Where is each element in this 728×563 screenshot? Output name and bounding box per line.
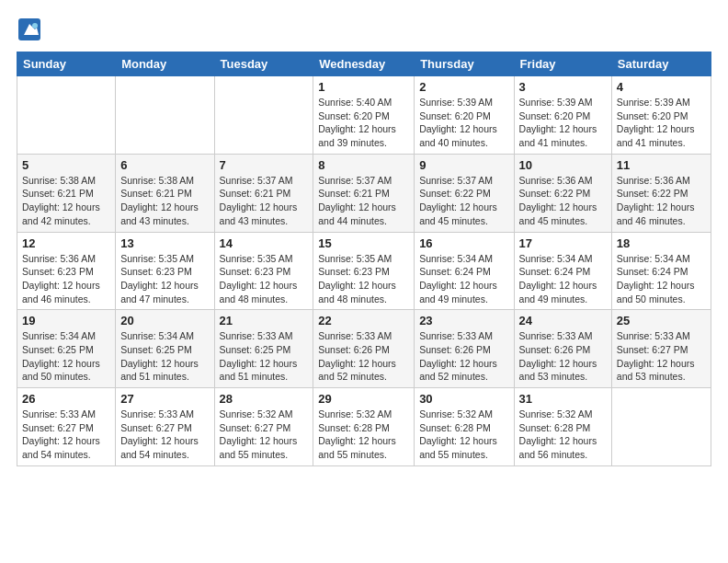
calendar-cell: 18Sunrise: 5:34 AM Sunset: 6:24 PM Dayli…	[611, 232, 711, 310]
day-detail: Sunrise: 5:39 AM Sunset: 6:20 PM Dayligh…	[617, 96, 706, 150]
day-detail: Sunrise: 5:37 AM Sunset: 6:22 PM Dayligh…	[419, 174, 508, 228]
day-detail: Sunrise: 5:34 AM Sunset: 6:25 PM Dayligh…	[120, 329, 209, 384]
logo	[17, 17, 46, 42]
day-detail: Sunrise: 5:35 AM Sunset: 6:23 PM Dayligh…	[220, 252, 309, 306]
day-number: 13	[120, 236, 209, 250]
day-detail: Sunrise: 5:33 AM Sunset: 6:27 PM Dayligh…	[617, 329, 706, 384]
header	[17, 17, 711, 42]
calendar-cell: 1Sunrise: 5:40 AM Sunset: 6:20 PM Daylig…	[313, 76, 415, 155]
day-detail: Sunrise: 5:33 AM Sunset: 6:27 PM Dayligh…	[120, 408, 209, 462]
weekday-header: Monday	[116, 52, 214, 76]
weekday-header: Friday	[514, 52, 611, 76]
day-detail: Sunrise: 5:32 AM Sunset: 6:28 PM Dayligh…	[318, 408, 409, 462]
calendar-table: SundayMondayTuesdayWednesdayThursdayFrid…	[17, 52, 711, 466]
day-detail: Sunrise: 5:37 AM Sunset: 6:21 PM Dayligh…	[220, 174, 309, 228]
calendar-cell: 3Sunrise: 5:39 AM Sunset: 6:20 PM Daylig…	[514, 76, 611, 155]
day-number: 14	[220, 236, 309, 250]
day-detail: Sunrise: 5:33 AM Sunset: 6:26 PM Dayligh…	[519, 329, 607, 384]
day-number: 22	[318, 314, 409, 327]
calendar-cell	[611, 388, 711, 466]
calendar-cell: 24Sunrise: 5:33 AM Sunset: 6:26 PM Dayli…	[514, 310, 611, 388]
calendar-week-row: 19Sunrise: 5:34 AM Sunset: 6:25 PM Dayli…	[17, 310, 711, 388]
day-detail: Sunrise: 5:39 AM Sunset: 6:20 PM Dayligh…	[519, 96, 607, 150]
day-detail: Sunrise: 5:36 AM Sunset: 6:22 PM Dayligh…	[519, 174, 607, 228]
day-number: 21	[220, 314, 309, 327]
day-detail: Sunrise: 5:35 AM Sunset: 6:23 PM Dayligh…	[318, 252, 409, 306]
day-detail: Sunrise: 5:36 AM Sunset: 6:22 PM Dayligh…	[617, 174, 706, 228]
calendar-cell: 10Sunrise: 5:36 AM Sunset: 6:22 PM Dayli…	[514, 154, 611, 232]
day-number: 20	[120, 314, 209, 327]
day-number: 29	[318, 392, 409, 406]
day-number: 19	[22, 314, 110, 327]
calendar-cell: 8Sunrise: 5:37 AM Sunset: 6:21 PM Daylig…	[313, 154, 415, 232]
day-detail: Sunrise: 5:36 AM Sunset: 6:23 PM Dayligh…	[22, 252, 110, 306]
day-detail: Sunrise: 5:33 AM Sunset: 6:26 PM Dayligh…	[318, 329, 409, 384]
calendar-cell: 2Sunrise: 5:39 AM Sunset: 6:20 PM Daylig…	[415, 76, 514, 155]
calendar-cell: 9Sunrise: 5:37 AM Sunset: 6:22 PM Daylig…	[415, 154, 514, 232]
calendar-cell: 14Sunrise: 5:35 AM Sunset: 6:23 PM Dayli…	[214, 232, 313, 310]
calendar-cell: 7Sunrise: 5:37 AM Sunset: 6:21 PM Daylig…	[214, 154, 313, 232]
day-detail: Sunrise: 5:33 AM Sunset: 6:27 PM Dayligh…	[22, 408, 110, 462]
calendar-cell: 6Sunrise: 5:38 AM Sunset: 6:21 PM Daylig…	[116, 154, 214, 232]
calendar-cell: 21Sunrise: 5:33 AM Sunset: 6:25 PM Dayli…	[214, 310, 313, 388]
calendar-week-row: 5Sunrise: 5:38 AM Sunset: 6:21 PM Daylig…	[17, 154, 711, 232]
calendar-cell: 11Sunrise: 5:36 AM Sunset: 6:22 PM Dayli…	[611, 154, 711, 232]
day-detail: Sunrise: 5:34 AM Sunset: 6:24 PM Dayligh…	[617, 252, 706, 306]
calendar-cell: 25Sunrise: 5:33 AM Sunset: 6:27 PM Dayli…	[611, 310, 711, 388]
day-number: 25	[617, 314, 706, 327]
calendar-cell	[17, 76, 116, 155]
day-detail: Sunrise: 5:34 AM Sunset: 6:24 PM Dayligh…	[519, 252, 607, 306]
day-number: 11	[617, 158, 706, 172]
calendar-cell: 16Sunrise: 5:34 AM Sunset: 6:24 PM Dayli…	[415, 232, 514, 310]
day-number: 23	[419, 314, 508, 327]
calendar-cell: 22Sunrise: 5:33 AM Sunset: 6:26 PM Dayli…	[313, 310, 415, 388]
day-number: 27	[120, 392, 209, 406]
day-detail: Sunrise: 5:33 AM Sunset: 6:26 PM Dayligh…	[419, 329, 508, 384]
day-detail: Sunrise: 5:34 AM Sunset: 6:25 PM Dayligh…	[22, 329, 110, 384]
calendar-cell: 17Sunrise: 5:34 AM Sunset: 6:24 PM Dayli…	[514, 232, 611, 310]
day-detail: Sunrise: 5:40 AM Sunset: 6:20 PM Dayligh…	[318, 96, 409, 150]
day-number: 12	[22, 236, 110, 250]
day-number: 30	[419, 392, 508, 406]
day-detail: Sunrise: 5:38 AM Sunset: 6:21 PM Dayligh…	[120, 174, 209, 228]
day-detail: Sunrise: 5:33 AM Sunset: 6:25 PM Dayligh…	[220, 329, 309, 384]
day-number: 28	[220, 392, 309, 406]
day-detail: Sunrise: 5:32 AM Sunset: 6:27 PM Dayligh…	[220, 408, 309, 462]
day-number: 1	[318, 80, 409, 94]
weekday-header: Thursday	[415, 52, 514, 76]
weekday-header: Sunday	[17, 52, 116, 76]
calendar-cell: 13Sunrise: 5:35 AM Sunset: 6:23 PM Dayli…	[116, 232, 214, 310]
svg-point-2	[32, 23, 38, 29]
calendar-cell: 4Sunrise: 5:39 AM Sunset: 6:20 PM Daylig…	[611, 76, 711, 155]
calendar-week-row: 1Sunrise: 5:40 AM Sunset: 6:20 PM Daylig…	[17, 76, 711, 155]
weekday-header: Saturday	[611, 52, 711, 76]
logo-icon	[17, 17, 42, 42]
calendar-cell: 20Sunrise: 5:34 AM Sunset: 6:25 PM Dayli…	[116, 310, 214, 388]
day-number: 9	[419, 158, 508, 172]
calendar-week-row: 26Sunrise: 5:33 AM Sunset: 6:27 PM Dayli…	[17, 388, 711, 466]
day-number: 7	[220, 158, 309, 172]
day-number: 10	[519, 158, 607, 172]
calendar-cell: 30Sunrise: 5:32 AM Sunset: 6:28 PM Dayli…	[415, 388, 514, 466]
day-detail: Sunrise: 5:38 AM Sunset: 6:21 PM Dayligh…	[22, 174, 110, 228]
calendar-cell: 27Sunrise: 5:33 AM Sunset: 6:27 PM Dayli…	[116, 388, 214, 466]
page: SundayMondayTuesdayWednesdayThursdayFrid…	[0, 0, 728, 483]
day-number: 31	[519, 392, 607, 406]
calendar-cell	[116, 76, 214, 155]
calendar-cell: 5Sunrise: 5:38 AM Sunset: 6:21 PM Daylig…	[17, 154, 116, 232]
day-detail: Sunrise: 5:35 AM Sunset: 6:23 PM Dayligh…	[120, 252, 209, 306]
weekday-header-row: SundayMondayTuesdayWednesdayThursdayFrid…	[17, 52, 711, 76]
calendar-cell: 23Sunrise: 5:33 AM Sunset: 6:26 PM Dayli…	[415, 310, 514, 388]
calendar-cell: 29Sunrise: 5:32 AM Sunset: 6:28 PM Dayli…	[313, 388, 415, 466]
calendar-week-row: 12Sunrise: 5:36 AM Sunset: 6:23 PM Dayli…	[17, 232, 711, 310]
day-number: 26	[22, 392, 110, 406]
day-number: 16	[419, 236, 508, 250]
day-number: 4	[617, 80, 706, 94]
day-number: 18	[617, 236, 706, 250]
calendar-cell: 26Sunrise: 5:33 AM Sunset: 6:27 PM Dayli…	[17, 388, 116, 466]
day-number: 15	[318, 236, 409, 250]
day-number: 24	[519, 314, 607, 327]
day-detail: Sunrise: 5:37 AM Sunset: 6:21 PM Dayligh…	[318, 174, 409, 228]
weekday-header: Tuesday	[214, 52, 313, 76]
day-detail: Sunrise: 5:34 AM Sunset: 6:24 PM Dayligh…	[419, 252, 508, 306]
